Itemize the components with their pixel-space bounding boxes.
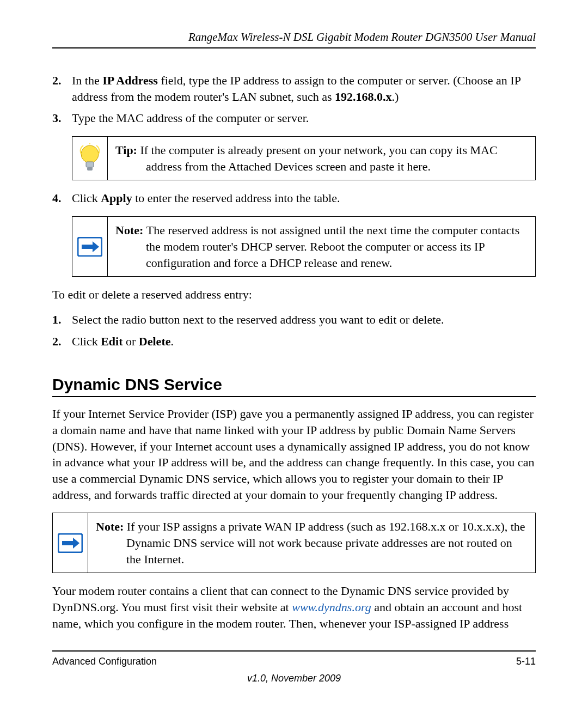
note-body: Note: If your ISP assigns a private WAN … xyxy=(88,513,535,573)
step-text: Click Edit or Delete. xyxy=(72,333,536,350)
procedure-list-1: 2. In the IP Address field, type the IP … xyxy=(52,72,536,126)
running-header: RangeMax Wireless-N DSL Gigabit Modem Ro… xyxy=(52,31,536,48)
dns-paragraph-2: Your modem router contains a client that… xyxy=(52,583,536,631)
step-number: 4. xyxy=(52,190,72,206)
note-label: Note: xyxy=(96,520,127,533)
note-label: Note: xyxy=(115,223,146,237)
dns-paragraph-1: If your Internet Service Provider (ISP) … xyxy=(52,406,536,503)
page-footer: Advanced Configuration 5-11 v1.0, Novemb… xyxy=(52,650,536,684)
footer-version: v1.0, November 2009 xyxy=(52,673,536,684)
step-text: Type the MAC address of the computer or … xyxy=(72,110,536,126)
footer-page-number: 5-11 xyxy=(516,656,536,667)
step-number: 2. xyxy=(52,333,72,350)
tip-callout: Tip: If the computer is already present … xyxy=(72,136,536,180)
tip-body: Tip: If the computer is already present … xyxy=(108,137,535,180)
arrow-note-icon xyxy=(53,513,88,573)
dyndns-link[interactable]: www.dyndns.org xyxy=(292,600,371,614)
edit-intro: To edit or delete a reserved address ent… xyxy=(52,287,536,303)
step-text: Select the radio button next to the rese… xyxy=(72,312,536,328)
arrow-note-icon xyxy=(72,217,108,276)
procedure-list-2: 4. Click Apply to enter the reserved add… xyxy=(52,190,536,206)
note-callout: Note: If your ISP assigns a private WAN … xyxy=(52,513,536,573)
note-body: Note: The reserved address is not assign… xyxy=(108,217,535,276)
svg-rect-4 xyxy=(82,245,93,249)
tip-label: Tip: xyxy=(115,143,140,157)
svg-rect-1 xyxy=(86,162,94,167)
svg-rect-2 xyxy=(87,167,93,171)
edit-steps: 1. Select the radio button next to the r… xyxy=(52,312,536,349)
svg-point-0 xyxy=(81,145,99,163)
lightbulb-icon xyxy=(72,137,108,180)
step-number: 2. xyxy=(52,72,72,105)
section-heading: Dynamic DNS Service xyxy=(52,375,536,397)
step-text: Click Apply to enter the reserved addres… xyxy=(72,190,536,206)
step-number: 3. xyxy=(52,110,72,126)
step-text: In the IP Address field, type the IP add… xyxy=(72,72,536,105)
step-number: 1. xyxy=(52,312,72,328)
svg-rect-7 xyxy=(62,541,73,545)
note-callout: Note: The reserved address is not assign… xyxy=(72,216,536,277)
footer-section: Advanced Configuration xyxy=(52,656,157,667)
